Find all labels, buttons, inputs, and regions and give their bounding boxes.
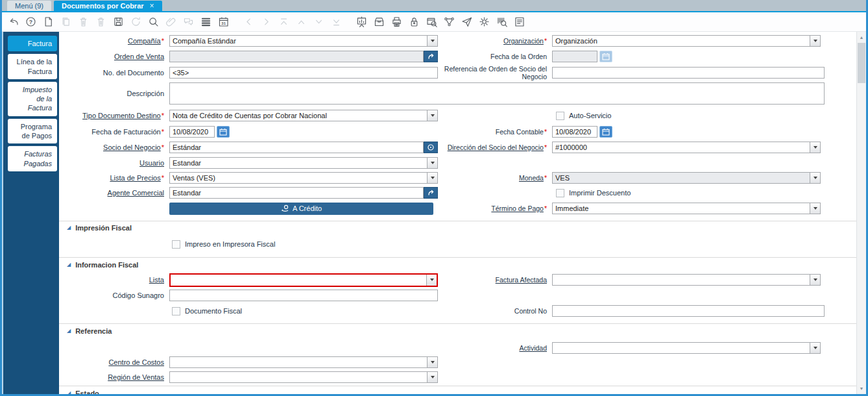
close-tab-icon[interactable]: × <box>150 1 154 11</box>
termino-pago-dropdown-button[interactable] <box>810 203 820 214</box>
referencia-orden-input[interactable] <box>552 67 825 79</box>
chevron-down-icon <box>431 162 435 164</box>
centro-costos-dropdown-button[interactable] <box>427 357 437 367</box>
referencia-orden-label: Referencia de Orden de Socio del Negocio <box>444 65 547 80</box>
lista-dropdown-button[interactable] <box>426 275 437 286</box>
refresh-icon <box>129 16 142 29</box>
new-record-icon[interactable] <box>42 16 54 29</box>
zoom-across-icon[interactable] <box>425 16 438 29</box>
no-documento-input[interactable] <box>169 67 438 79</box>
compania-dropdown-button[interactable] <box>427 36 437 46</box>
scroll-up-arrow-icon[interactable]: ▲ <box>857 32 866 42</box>
lista-precios-value: Ventas (VES) <box>170 174 427 182</box>
attachment-icon <box>164 16 177 29</box>
fecha-facturacion-input[interactable] <box>169 126 215 138</box>
scroll-down-arrow-icon[interactable]: ▼ <box>857 384 866 393</box>
workflow-icon[interactable] <box>442 16 455 29</box>
undo-icon[interactable] <box>6 16 19 29</box>
section-referencia[interactable]: ◢ Referencia <box>67 327 112 335</box>
save-icon[interactable] <box>112 16 125 29</box>
codigo-sunagro-input[interactable] <box>169 290 438 301</box>
orden-venta-input <box>169 51 424 62</box>
termino-pago-combobox[interactable]: Immediate <box>552 203 821 214</box>
calendar-icon[interactable]: 31 <box>217 16 230 29</box>
region-ventas-combobox[interactable] <box>169 371 438 383</box>
tab-menu[interactable]: Menú (9) <box>7 1 51 11</box>
factura-afectada-combobox[interactable] <box>552 274 821 286</box>
required-marker: * <box>544 128 547 136</box>
descripcion-textarea[interactable] <box>169 82 825 105</box>
impreso-impresora-fiscal-checkbox[interactable] <box>172 240 180 249</box>
tipo-documento-destino-dropdown-button[interactable] <box>427 110 437 121</box>
fecha-contable-input[interactable] <box>552 126 597 138</box>
required-marker: * <box>544 204 547 212</box>
socio-negocio-info-button[interactable] <box>424 142 438 153</box>
socio-negocio-input[interactable] <box>169 142 424 153</box>
section-impresion-fiscal[interactable]: ◢ Impresión Fiscal <box>67 224 132 232</box>
help-icon[interactable]: ? <box>24 16 37 29</box>
sidebar-tab-impuesto-de-la-factura[interactable]: Impuesto de la Factura <box>8 82 57 116</box>
region-ventas-dropdown-button[interactable] <box>427 372 437 382</box>
sidebar-tab-linea-de-la-factura[interactable]: Línea de la Factura <box>8 54 57 79</box>
lock-icon[interactable] <box>407 16 420 29</box>
orden-venta-search-button[interactable] <box>424 51 438 62</box>
sidebar-tab-programa-de-pagos[interactable]: Programa de Pagos <box>8 119 57 144</box>
required-marker: * <box>162 143 164 151</box>
direccion-socio-combobox[interactable]: #1000000 <box>552 142 821 153</box>
documento-fiscal-label: Documento Fiscal <box>185 307 242 315</box>
moneda-dropdown-button[interactable] <box>810 173 820 183</box>
copy-record-icon <box>59 16 72 29</box>
send-request-icon[interactable] <box>460 16 473 29</box>
lista-precios-combobox[interactable]: Ventas (VES) <box>169 172 438 184</box>
preferences-icon[interactable] <box>477 16 490 29</box>
report-icon[interactable] <box>355 16 368 29</box>
last-record-icon <box>330 16 343 29</box>
required-marker: * <box>544 37 547 45</box>
fecha-facturacion-calendar-button[interactable] <box>217 126 230 138</box>
agente-comercial-search-button[interactable] <box>424 187 438 199</box>
tipo-documento-destino-combobox[interactable]: Nota de Crédito de Cuentas por Cobrar Na… <box>169 110 438 121</box>
control-no-input[interactable] <box>552 305 825 317</box>
fecha-contable-calendar-button[interactable] <box>599 126 612 138</box>
centro-costos-combobox[interactable] <box>169 356 438 368</box>
factura-afectada-dropdown-button[interactable] <box>810 275 820 285</box>
section-informacion-fiscal[interactable]: ◢ Informacion Fiscal <box>67 261 138 269</box>
actividad-label: Actividad <box>519 344 547 352</box>
fecha-facturacion-label: Fecha de Facturación <box>91 128 160 136</box>
find-icon[interactable] <box>147 16 160 29</box>
imprimir-descuento-checkbox[interactable] <box>556 189 564 197</box>
chevron-down-icon <box>814 146 817 149</box>
agente-comercial-input[interactable] <box>169 187 424 199</box>
archive-icon[interactable] <box>372 16 385 29</box>
section-title: Impresión Fiscal <box>75 224 132 232</box>
sidebar-tab-factura[interactable]: Factura <box>8 36 57 51</box>
auto-servicio-checkbox[interactable] <box>556 112 564 120</box>
vertical-scrollbar[interactable]: ▲ ▼ <box>856 32 866 394</box>
lista-precios-dropdown-button[interactable] <box>427 173 437 183</box>
previous-record-icon <box>242 16 255 29</box>
documento-fiscal-checkbox[interactable] <box>172 307 180 316</box>
organizacion-dropdown-button[interactable] <box>810 36 820 46</box>
print-icon[interactable] <box>390 16 403 29</box>
sidebar-tab-facturas-pagadas[interactable]: Facturas Pagadas <box>8 146 57 171</box>
print-fiscal-document-icon[interactable] <box>512 16 525 29</box>
grid-toggle-icon[interactable] <box>199 16 212 29</box>
usuario-combobox[interactable]: Estandar <box>169 157 438 169</box>
lista-combobox[interactable] <box>169 273 438 287</box>
compania-combobox[interactable]: Compañía Estándar <box>169 35 438 47</box>
region-ventas-label: Región de Ventas <box>108 373 164 381</box>
tab-documentos-por-cobrar[interactable]: Documentos por Cobrar × <box>54 1 162 11</box>
bp-info-icon <box>427 143 435 151</box>
actividad-dropdown-button[interactable] <box>810 343 820 353</box>
pos-lookup-icon[interactable] <box>495 16 508 29</box>
tab-label: Documentos por Cobrar <box>62 1 144 11</box>
a-credito-button[interactable]: A Crédito <box>169 203 433 215</box>
tipo-documento-destino-label: Tipo Documento Destino <box>82 112 161 119</box>
organizacion-combobox[interactable]: Organización <box>552 35 821 47</box>
scrollbar-thumb[interactable] <box>858 43 865 83</box>
usuario-dropdown-button[interactable] <box>427 158 437 168</box>
actividad-combobox[interactable] <box>552 342 821 354</box>
section-estado[interactable]: ◢ Estado <box>67 390 99 394</box>
detail-record-icon <box>312 16 325 29</box>
direccion-socio-dropdown-button[interactable] <box>810 142 820 153</box>
